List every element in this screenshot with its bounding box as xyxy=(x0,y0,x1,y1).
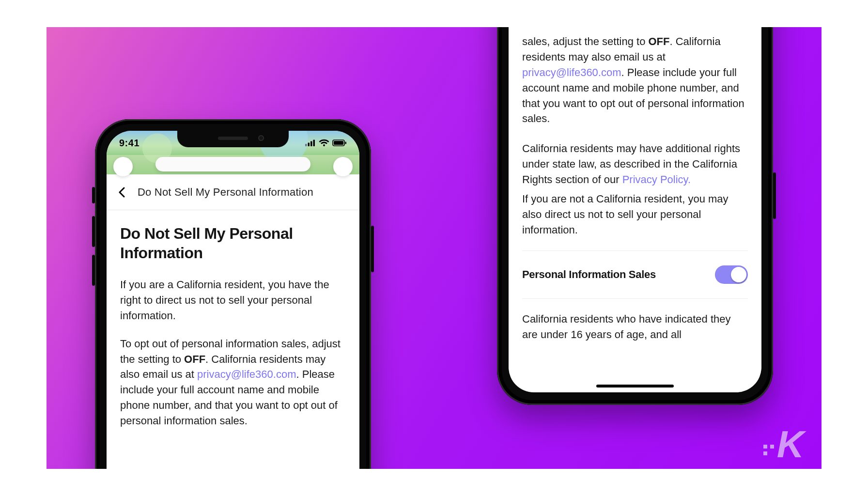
marketing-canvas: 9:41 Do Not Sell My Personal Information xyxy=(46,27,822,469)
map-avatar-right xyxy=(333,157,353,176)
page-content-right: sales, adjust the setting to OFF. Califo… xyxy=(509,27,761,342)
under16-paragraph: California residents who have indicated … xyxy=(522,311,748,342)
page-heading: Do Not Sell My Personal Information xyxy=(120,224,346,263)
watermark-letter: K xyxy=(777,429,802,459)
phone-volume-up xyxy=(92,216,95,247)
map-avatar-left xyxy=(113,157,133,176)
phone-screen-right: sales, adjust the setting to OFF. Califo… xyxy=(509,27,761,392)
personal-info-sales-row: Personal Information Sales xyxy=(522,250,748,299)
non-california-paragraph: If you are not a California resident, yo… xyxy=(522,191,748,238)
phone-silence-switch xyxy=(92,187,95,203)
intro-paragraph: If you are a California resident, you ha… xyxy=(120,277,346,324)
map-preview xyxy=(107,155,359,174)
page-header: Do Not Sell My Personal Information xyxy=(107,174,359,210)
page-content-left: Do Not Sell My Personal Information If y… xyxy=(107,210,359,429)
california-rights-paragraph: California residents may have additional… xyxy=(522,141,748,187)
optout-paragraph: To opt out of personal information sales… xyxy=(120,336,346,429)
home-indicator xyxy=(596,385,674,388)
chevron-left-icon xyxy=(118,187,126,198)
phone-power-button xyxy=(773,172,776,219)
phone-screen-left: 9:41 Do Not Sell My Personal Information xyxy=(107,131,359,469)
phone-power-button xyxy=(371,226,374,272)
toggle-label: Personal Information Sales xyxy=(522,268,656,281)
optout2-text-a: sales, adjust the setting to xyxy=(522,35,649,47)
phone-mockup-right: sales, adjust the setting to OFF. Califo… xyxy=(497,27,773,405)
optout-paragraph-continued: sales, adjust the setting to OFF. Califo… xyxy=(522,34,748,126)
back-button[interactable] xyxy=(115,186,129,199)
brand-watermark: K xyxy=(763,429,802,459)
off-word: OFF xyxy=(184,353,205,365)
toggle-knob xyxy=(731,267,746,282)
personal-info-sales-toggle[interactable] xyxy=(715,265,748,284)
privacy-email-link[interactable]: privacy@life360.com xyxy=(197,368,296,380)
map-search-pill xyxy=(155,157,310,171)
watermark-dots xyxy=(763,445,774,455)
phone-notch xyxy=(177,131,289,147)
privacy-policy-link[interactable]: Privacy Policy. xyxy=(622,173,691,186)
off-word-2: OFF xyxy=(649,35,670,47)
phone-volume-down xyxy=(92,255,95,286)
privacy-email-link-2[interactable]: privacy@life360.com xyxy=(522,66,621,78)
phone-mockup-left: 9:41 Do Not Sell My Personal Information xyxy=(95,119,371,469)
header-title: Do Not Sell My Personal Information xyxy=(138,186,313,199)
